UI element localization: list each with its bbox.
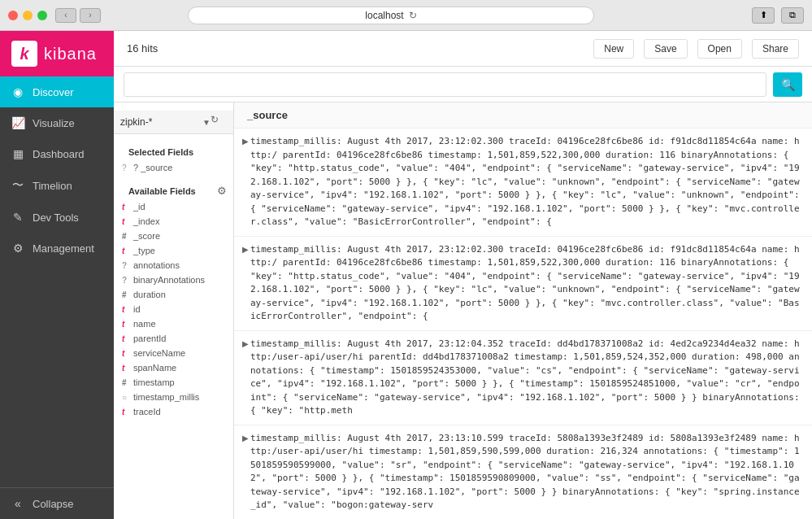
field-name: id (133, 304, 141, 314)
source-header: _source (234, 102, 812, 129)
field-item-_id[interactable]: t _id (114, 199, 233, 214)
field-name: name (133, 319, 156, 329)
field-item-traceId[interactable]: t traceId (114, 404, 233, 419)
index-refresh-icon[interactable]: ↻ (211, 114, 227, 130)
dashboard-icon: ▦ (11, 147, 24, 160)
field-name: timestamp_millis (133, 392, 199, 402)
selected-fields-title: Selected Fields (120, 144, 227, 159)
sidebar-item-dashboard[interactable]: ▦ Dashboard (0, 138, 114, 169)
sidebar-item-label: Management (33, 242, 94, 255)
expand-row-button[interactable]: ▶ (234, 243, 250, 254)
logo-text: kibana (44, 45, 97, 63)
open-button[interactable]: Open (697, 39, 742, 59)
fields-settings-icon[interactable]: ⚙ (217, 185, 227, 197)
results-panel: _source ▶ timestamp_millis: August 4th 2… (234, 102, 812, 519)
visualize-icon: 📈 (11, 116, 24, 129)
field-item-name[interactable]: t name (114, 316, 233, 331)
refresh-icon[interactable]: ↻ (409, 10, 417, 21)
field-type-icon: t (122, 320, 130, 329)
share-icon[interactable]: ⬆ (752, 7, 775, 24)
table-row: ▶ timestamp_millis: August 4th 2017, 23:… (234, 331, 812, 425)
save-button[interactable]: Save (644, 39, 687, 59)
minimize-button[interactable] (23, 11, 33, 20)
titlebar: ‹ › localhost ↻ ⬆ ⧉ (0, 0, 812, 31)
left-panel: zipkin-* ▼ ↻ Selected Fields ? ? _source (114, 102, 234, 519)
field-item-id[interactable]: t id (114, 302, 233, 316)
search-input[interactable]: * (124, 72, 766, 97)
search-button[interactable]: 🔍 (773, 72, 802, 97)
traffic-lights (8, 11, 47, 20)
field-type-icon: t (122, 246, 130, 255)
field-item-duration[interactable]: # duration (114, 287, 233, 302)
field-type-icon: t (122, 364, 130, 373)
result-content: timestamp_millis: August 4th 2017, 23:12… (250, 338, 812, 418)
field-name: duration (133, 290, 166, 299)
field-item-serviceName[interactable]: t serviceName (114, 346, 233, 360)
field-item-timestamp[interactable]: # timestamp (114, 375, 233, 390)
sidebar-item-timelion[interactable]: 〜 Timelion (0, 169, 114, 202)
field-item-timestamp_millis[interactable]: ○ timestamp_millis (114, 390, 233, 404)
search-icon: 🔍 (781, 78, 795, 91)
field-item-_type[interactable]: t _type (114, 243, 233, 258)
content: 16 hits New Save Open Share * 🔍 zipkin-*… (114, 31, 812, 519)
field-item-spanName[interactable]: t spanName (114, 360, 233, 375)
collapse-label: Collapse (33, 498, 74, 510)
field-type-icon: t (122, 408, 130, 417)
logo-icon: k (11, 41, 37, 67)
sidebar-item-visualize[interactable]: 📈 Visualize (0, 107, 114, 138)
sidebar-item-discover[interactable]: ◉ Discover (0, 76, 114, 107)
sidebar-item-label: Dev Tools (33, 212, 79, 224)
field-type-icon: ? (122, 276, 130, 285)
logo-letter: k (20, 45, 28, 63)
field-name: annotations (133, 260, 180, 270)
index-name: zipkin-* (120, 116, 202, 128)
fields-list: t _idt _index# _scoret _type? annotation… (114, 199, 233, 419)
collapse-button[interactable]: « Collapse (0, 488, 114, 519)
field-name: spanName (133, 363, 176, 373)
field-type-icon: t (122, 334, 130, 343)
table-row: ▶ timestamp_millis: August 4th 2017, 23:… (234, 129, 812, 237)
sidebar-item-label: Timelion (33, 180, 72, 192)
field-item-parentId[interactable]: t parentId (114, 331, 233, 346)
expand-row-button[interactable]: ▶ (234, 432, 250, 443)
sidebar-item-label: Dashboard (33, 148, 85, 160)
browser-toolbar: ⬆ ⧉ (752, 7, 804, 24)
field-item-annotations[interactable]: ? annotations (114, 258, 233, 273)
app: k kibana ◉ Discover 📈 Visualize ▦ Dashbo… (0, 31, 812, 519)
expand-row-button[interactable]: ▶ (234, 135, 250, 146)
sidebar-item-devtools[interactable]: ✎ Dev Tools (0, 202, 114, 233)
field-item-binaryAnnotations[interactable]: ? binaryAnnotations (114, 273, 233, 287)
hits-count: 16 hits (127, 42, 158, 55)
results-list: ▶ timestamp_millis: August 4th 2017, 23:… (234, 129, 812, 519)
field-item-_index[interactable]: t _index (114, 214, 233, 229)
selected-field-name: ? _source (133, 163, 172, 172)
field-name: timestamp (133, 377, 175, 387)
new-button[interactable]: New (593, 39, 634, 59)
field-item-_score[interactable]: # _score (114, 229, 233, 243)
sidebar-item-management[interactable]: ⚙ Management (0, 233, 114, 264)
field-name: _type (133, 246, 155, 255)
field-type-icon: ? (122, 164, 130, 172)
searchbar: * 🔍 (114, 67, 812, 102)
address-bar[interactable]: localhost ↻ (188, 7, 594, 24)
sidebar-item-label: Visualize (33, 117, 75, 129)
back-button[interactable]: ‹ (55, 8, 76, 23)
result-content: timestamp_millis: August 4th 2017, 23:12… (250, 243, 812, 324)
close-button[interactable] (8, 11, 18, 20)
maximize-button[interactable] (37, 11, 47, 20)
field-type-icon: t (122, 203, 130, 212)
index-chevron-icon: ▼ (202, 118, 211, 127)
nav-buttons: ‹ › (55, 8, 101, 23)
field-type-icon: # (122, 378, 130, 387)
expand-row-button[interactable]: ▶ (234, 338, 250, 348)
logo: k kibana (0, 31, 114, 76)
field-name: serviceName (133, 348, 185, 358)
management-icon: ⚙ (11, 242, 24, 255)
field-type-icon: t (122, 305, 130, 314)
field-name: binaryAnnotations (133, 275, 205, 285)
selected-field-source[interactable]: ? ? _source (114, 160, 233, 175)
tabs-icon[interactable]: ⧉ (781, 7, 804, 24)
index-selector[interactable]: zipkin-* ▼ ↻ (114, 111, 233, 134)
share-button[interactable]: Share (752, 39, 799, 59)
forward-button[interactable]: › (80, 8, 101, 23)
